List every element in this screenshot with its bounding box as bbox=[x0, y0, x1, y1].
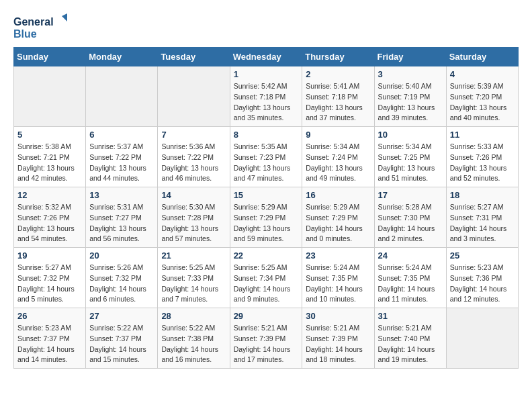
calendar-cell bbox=[446, 308, 518, 369]
sunset-text: Sunset: 7:33 PM bbox=[161, 273, 226, 284]
sunrise-text: Sunrise: 5:30 AM bbox=[161, 202, 226, 213]
calendar-cell: 21Sunrise: 5:25 AMSunset: 7:33 PMDayligh… bbox=[158, 248, 230, 308]
day-info: Sunrise: 5:21 AMSunset: 7:39 PMDaylight:… bbox=[234, 323, 299, 365]
day-number: 26 bbox=[17, 311, 82, 321]
svg-marker-1 bbox=[62, 13, 67, 21]
day-info: Sunrise: 5:35 AMSunset: 7:23 PMDaylight:… bbox=[234, 142, 299, 184]
weekday-header-thursday: Thursday bbox=[302, 48, 374, 66]
daylight-text: Daylight: 14 hours and 7 minutes. bbox=[161, 284, 226, 306]
day-number: 12 bbox=[17, 190, 82, 200]
calendar-cell: 9Sunrise: 5:34 AMSunset: 7:24 PMDaylight… bbox=[302, 127, 374, 187]
calendar-cell: 7Sunrise: 5:36 AMSunset: 7:22 PMDaylight… bbox=[158, 127, 230, 187]
calendar-cell: 15Sunrise: 5:29 AMSunset: 7:29 PMDayligh… bbox=[230, 187, 302, 248]
calendar-cell: 24Sunrise: 5:24 AMSunset: 7:35 PMDayligh… bbox=[374, 248, 446, 308]
sunrise-text: Sunrise: 5:28 AM bbox=[378, 202, 443, 213]
sunset-text: Sunset: 7:28 PM bbox=[161, 213, 226, 224]
day-info: Sunrise: 5:36 AMSunset: 7:22 PMDaylight:… bbox=[161, 142, 226, 184]
sunrise-text: Sunrise: 5:37 AM bbox=[89, 142, 154, 152]
daylight-text: Daylight: 13 hours and 57 minutes. bbox=[161, 224, 226, 245]
calendar-cell: 11Sunrise: 5:33 AMSunset: 7:26 PMDayligh… bbox=[446, 127, 518, 187]
sunset-text: Sunset: 7:35 PM bbox=[378, 273, 443, 284]
daylight-text: Daylight: 14 hours and 0 minutes. bbox=[306, 224, 370, 245]
sunrise-text: Sunrise: 5:23 AM bbox=[17, 323, 82, 334]
sunset-text: Sunset: 7:19 PM bbox=[378, 92, 443, 103]
sunset-text: Sunset: 7:39 PM bbox=[234, 334, 299, 345]
day-number: 24 bbox=[378, 250, 443, 261]
weekday-header-friday: Friday bbox=[374, 48, 446, 66]
daylight-text: Daylight: 13 hours and 44 minutes. bbox=[89, 163, 154, 185]
daylight-text: Daylight: 14 hours and 6 minutes. bbox=[89, 284, 154, 306]
day-info: Sunrise: 5:22 AMSunset: 7:37 PMDaylight:… bbox=[89, 323, 154, 365]
calendar-cell: 28Sunrise: 5:22 AMSunset: 7:38 PMDayligh… bbox=[158, 308, 230, 369]
day-info: Sunrise: 5:22 AMSunset: 7:38 PMDaylight:… bbox=[161, 323, 226, 365]
svg-text:Blue: Blue bbox=[13, 28, 37, 40]
logo-icon: General Blue bbox=[13, 13, 67, 40]
sunrise-text: Sunrise: 5:36 AM bbox=[161, 142, 226, 152]
sunset-text: Sunset: 7:31 PM bbox=[450, 213, 515, 224]
day-info: Sunrise: 5:31 AMSunset: 7:27 PMDaylight:… bbox=[89, 202, 154, 244]
calendar-cell: 25Sunrise: 5:23 AMSunset: 7:36 PMDayligh… bbox=[446, 248, 518, 308]
sunset-text: Sunset: 7:32 PM bbox=[17, 273, 82, 284]
calendar-week-4: 19Sunrise: 5:27 AMSunset: 7:32 PMDayligh… bbox=[14, 248, 519, 308]
calendar-cell: 6Sunrise: 5:37 AMSunset: 7:22 PMDaylight… bbox=[86, 127, 158, 187]
day-info: Sunrise: 5:28 AMSunset: 7:30 PMDaylight:… bbox=[378, 202, 443, 244]
calendar-week-1: 1Sunrise: 5:42 AMSunset: 7:18 PMDaylight… bbox=[14, 66, 519, 127]
day-number: 9 bbox=[306, 130, 370, 140]
daylight-text: Daylight: 13 hours and 47 minutes. bbox=[234, 163, 299, 185]
page-header: General Blue bbox=[13, 13, 519, 40]
sunset-text: Sunset: 7:35 PM bbox=[306, 273, 370, 284]
sunset-text: Sunset: 7:20 PM bbox=[450, 92, 515, 103]
day-info: Sunrise: 5:27 AMSunset: 7:31 PMDaylight:… bbox=[450, 202, 515, 244]
sunset-text: Sunset: 7:18 PM bbox=[234, 92, 299, 103]
day-info: Sunrise: 5:38 AMSunset: 7:21 PMDaylight:… bbox=[17, 142, 82, 184]
daylight-text: Daylight: 14 hours and 19 minutes. bbox=[378, 345, 443, 366]
calendar-cell: 26Sunrise: 5:23 AMSunset: 7:37 PMDayligh… bbox=[14, 308, 86, 369]
daylight-text: Daylight: 14 hours and 2 minutes. bbox=[378, 224, 443, 245]
sunset-text: Sunset: 7:27 PM bbox=[89, 213, 154, 224]
calendar-cell: 12Sunrise: 5:32 AMSunset: 7:26 PMDayligh… bbox=[14, 187, 86, 248]
daylight-text: Daylight: 13 hours and 46 minutes. bbox=[161, 163, 226, 185]
day-info: Sunrise: 5:21 AMSunset: 7:39 PMDaylight:… bbox=[306, 323, 370, 365]
daylight-text: Daylight: 14 hours and 12 minutes. bbox=[450, 284, 515, 306]
calendar-week-5: 26Sunrise: 5:23 AMSunset: 7:37 PMDayligh… bbox=[14, 308, 519, 369]
sunset-text: Sunset: 7:26 PM bbox=[450, 152, 515, 163]
daylight-text: Daylight: 14 hours and 9 minutes. bbox=[234, 284, 299, 306]
daylight-text: Daylight: 13 hours and 39 minutes. bbox=[378, 103, 443, 124]
sunrise-text: Sunrise: 5:29 AM bbox=[306, 202, 370, 213]
day-number: 28 bbox=[161, 311, 226, 321]
sunset-text: Sunset: 7:29 PM bbox=[234, 213, 299, 224]
sunset-text: Sunset: 7:23 PM bbox=[234, 152, 299, 163]
calendar-cell bbox=[14, 66, 86, 127]
daylight-text: Daylight: 13 hours and 42 minutes. bbox=[17, 163, 82, 185]
calendar-cell: 19Sunrise: 5:27 AMSunset: 7:32 PMDayligh… bbox=[14, 248, 86, 308]
day-number: 16 bbox=[306, 190, 370, 200]
day-number: 5 bbox=[17, 130, 82, 140]
daylight-text: Daylight: 14 hours and 16 minutes. bbox=[161, 345, 226, 366]
calendar-week-3: 12Sunrise: 5:32 AMSunset: 7:26 PMDayligh… bbox=[14, 187, 519, 248]
daylight-text: Daylight: 14 hours and 18 minutes. bbox=[306, 345, 370, 366]
day-info: Sunrise: 5:21 AMSunset: 7:40 PMDaylight:… bbox=[378, 323, 443, 365]
day-number: 4 bbox=[450, 69, 515, 79]
calendar-cell: 5Sunrise: 5:38 AMSunset: 7:21 PMDaylight… bbox=[14, 127, 86, 187]
weekday-header-row: SundayMondayTuesdayWednesdayThursdayFrid… bbox=[14, 48, 519, 66]
daylight-text: Daylight: 13 hours and 40 minutes. bbox=[450, 103, 515, 124]
daylight-text: Daylight: 14 hours and 17 minutes. bbox=[234, 345, 299, 366]
weekday-header-sunday: Sunday bbox=[14, 48, 86, 66]
day-info: Sunrise: 5:25 AMSunset: 7:33 PMDaylight:… bbox=[161, 263, 226, 305]
sunset-text: Sunset: 7:39 PM bbox=[306, 334, 370, 345]
calendar-table: SundayMondayTuesdayWednesdayThursdayFrid… bbox=[13, 47, 519, 369]
calendar-cell: 14Sunrise: 5:30 AMSunset: 7:28 PMDayligh… bbox=[158, 187, 230, 248]
sunset-text: Sunset: 7:38 PM bbox=[161, 334, 226, 345]
logo: General Blue bbox=[13, 13, 67, 40]
calendar-cell: 1Sunrise: 5:42 AMSunset: 7:18 PMDaylight… bbox=[230, 66, 302, 127]
day-number: 11 bbox=[450, 130, 515, 140]
sunset-text: Sunset: 7:40 PM bbox=[378, 334, 443, 345]
svg-text:General: General bbox=[13, 16, 54, 28]
sunrise-text: Sunrise: 5:33 AM bbox=[450, 142, 515, 152]
day-info: Sunrise: 5:34 AMSunset: 7:24 PMDaylight:… bbox=[306, 142, 370, 184]
daylight-text: Daylight: 13 hours and 52 minutes. bbox=[450, 163, 515, 185]
sunset-text: Sunset: 7:21 PM bbox=[17, 152, 82, 163]
day-number: 25 bbox=[450, 250, 515, 261]
day-number: 18 bbox=[450, 190, 515, 200]
day-number: 21 bbox=[161, 250, 226, 261]
